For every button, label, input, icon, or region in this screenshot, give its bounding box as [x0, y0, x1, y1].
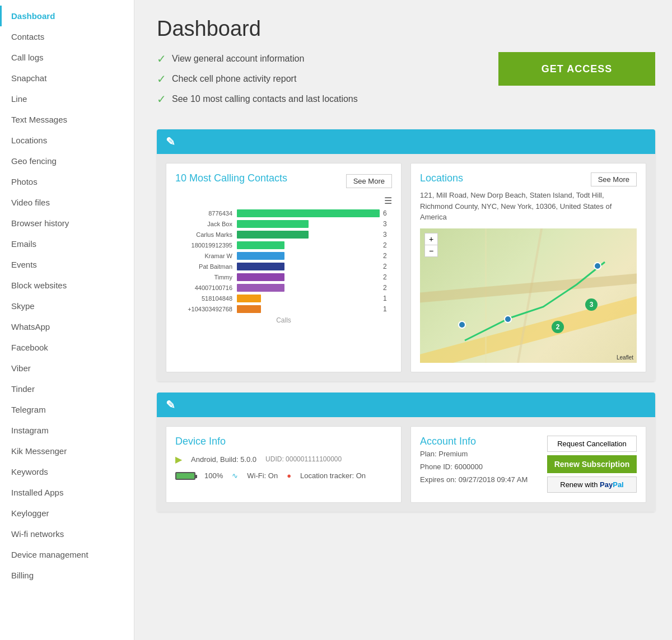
locations-see-more-button[interactable]: See More	[591, 172, 637, 186]
sidebar-item-kik-messenger[interactable]: Kik Messenger	[0, 441, 134, 461]
bar-row: Carlus Marks3	[175, 231, 392, 239]
bar-label: Timmy	[175, 274, 237, 281]
device-status-row: 100% ∿ Wi-Fi: On ● Location tracker: On	[175, 471, 392, 480]
battery-label: 100%	[204, 471, 223, 480]
account-info-left: Account Info Plan: Premium Phone ID: 600…	[420, 436, 538, 493]
feature-list: ✓View general account information✓Check …	[157, 52, 498, 113]
bar-row: 440071007162	[175, 284, 392, 292]
bar-label: Jack Box	[175, 221, 237, 227]
sidebar-item-contacts[interactable]: Contacts	[0, 26, 134, 47]
check-icon: ✓	[157, 72, 166, 86]
plan-row: Plan: Premium	[420, 447, 538, 460]
main-content: Dashboard ✓View general account informat…	[134, 0, 672, 640]
sidebar-item-skype[interactable]: Skype	[0, 296, 134, 316]
account-info-title: Account Info	[420, 436, 476, 447]
sidebar-item-billing[interactable]: Billing	[0, 565, 134, 586]
location-tracker-label: Location tracker: On	[300, 471, 366, 480]
sidebar-item-locations[interactable]: Locations	[0, 130, 134, 151]
bar-fill	[237, 305, 261, 313]
bar-row: Kramar W2	[175, 252, 392, 260]
sidebar-item-call-logs[interactable]: Call logs	[0, 47, 134, 68]
feature-row: ✓Check cell phone activity report	[157, 72, 498, 86]
map-visual: 3 2 + − Leaflet	[420, 228, 637, 363]
bar-track	[237, 273, 380, 281]
sidebar-item-block-websites[interactable]: Block websites	[0, 275, 134, 296]
sidebar-item-installed-apps[interactable]: Installed Apps	[0, 482, 134, 503]
bar-track	[237, 284, 380, 292]
contacts-see-more-button[interactable]: See More	[346, 174, 392, 188]
bar-value: 3	[383, 220, 392, 228]
sidebar-item-browser-history[interactable]: Browser history	[0, 213, 134, 233]
map-zoom-out[interactable]: −	[425, 245, 437, 256]
bar-fill	[237, 231, 309, 239]
sidebar-item-device-management[interactable]: Device management	[0, 544, 134, 565]
map-pin-3	[458, 321, 466, 329]
sidebar-item-geo-fencing[interactable]: Geo fencing	[0, 151, 134, 171]
sidebar-item-wi-fi-networks[interactable]: Wi-fi networks	[0, 524, 134, 544]
sidebar-item-text-messages[interactable]: Text Messages	[0, 109, 134, 130]
sidebar-item-events[interactable]: Events	[0, 254, 134, 275]
bar-row: Jack Box3	[175, 220, 392, 228]
sidebar-item-instagram[interactable]: Instagram	[0, 420, 134, 441]
sidebar-item-video-files[interactable]: Video files	[0, 192, 134, 213]
sidebar-item-telegram[interactable]: Telegram	[0, 399, 134, 420]
bar-label: 8776434	[175, 210, 237, 217]
map-zoom-in[interactable]: +	[425, 233, 437, 245]
feature-text: Check cell phone activity report	[172, 74, 296, 84]
sidebar-item-emails[interactable]: Emails	[0, 233, 134, 254]
panel-contacts-locations: ✎ 10 Most Calling Contacts See More ☰ 87…	[157, 129, 655, 381]
sidebar-item-snapchat[interactable]: Snapchat	[0, 68, 134, 88]
wifi-label: Wi-Fi: On	[247, 471, 278, 480]
panel2-body: Device Info ▶ Android, Build: 5.0.0 UDID…	[157, 417, 655, 512]
get-access-button[interactable]: GET ACCESS	[498, 52, 655, 86]
check-icon: ✓	[157, 52, 166, 66]
bar-value: 2	[383, 241, 392, 249]
bar-value: 3	[383, 231, 392, 239]
bar-label: 44007100716	[175, 284, 237, 291]
sidebar-item-facebook[interactable]: Facebook	[0, 337, 134, 358]
panel-device-account: ✎ Device Info ▶ Android, Build: 5.0.0 UD…	[157, 393, 655, 512]
renew-paypal-button[interactable]: Renew with PayPal	[547, 477, 637, 493]
sidebar-item-viber[interactable]: Viber	[0, 358, 134, 379]
battery-icon	[175, 471, 195, 480]
sidebar-item-tinder[interactable]: Tinder	[0, 379, 134, 399]
map-pin-1	[504, 315, 512, 323]
wifi-icon: ∿	[232, 471, 238, 480]
bar-value: 1	[383, 295, 392, 302]
request-cancellation-button[interactable]: Request Cancellation	[547, 436, 637, 452]
sidebar-item-keywords[interactable]: Keywords	[0, 461, 134, 482]
bar-track	[237, 295, 380, 302]
account-info-right: Request Cancellation Renew Subscription …	[547, 436, 637, 493]
bar-fill	[237, 295, 261, 302]
bar-label: Kramar W	[175, 253, 237, 259]
bar-value: 6	[383, 209, 392, 217]
bar-row: Pat Baitman2	[175, 263, 392, 270]
bar-track	[237, 241, 380, 249]
paypal-brand: PayPal	[600, 480, 624, 489]
map-zoom-controls: + −	[424, 233, 438, 257]
sidebar-item-photos[interactable]: Photos	[0, 171, 134, 192]
bar-fill	[237, 241, 284, 249]
chart-x-label: Calls	[175, 316, 392, 324]
panel2-logo-icon: ✎	[166, 399, 175, 411]
sidebar-item-whatsapp[interactable]: WhatsApp	[0, 316, 134, 337]
bar-label: 180019912395	[175, 242, 237, 249]
udid-label: UDID: 000001111100000	[265, 455, 342, 463]
chart-menu-icon[interactable]: ☰	[175, 195, 392, 206]
paypal-renew-text: Renew with	[560, 480, 598, 489]
sidebar-item-line[interactable]: Line	[0, 88, 134, 109]
expires-row: Expires on: 09/27/2018 09:47 AM	[420, 473, 538, 486]
bar-row: 87764346	[175, 209, 392, 217]
device-info-title: Device Info	[175, 436, 226, 447]
account-details: Plan: Premium Phone ID: 6000000 Expires …	[420, 447, 538, 487]
bar-fill	[237, 284, 284, 292]
android-icon: ▶	[175, 454, 182, 465]
sidebar-item-keylogger[interactable]: Keylogger	[0, 503, 134, 524]
bar-value: 1	[383, 305, 392, 313]
sidebar-item-dashboard[interactable]: Dashboard	[0, 6, 134, 26]
bar-chart: 87764346Jack Box3Carlus Marks31800199123…	[175, 209, 392, 313]
feature-text: See 10 most calling contacts and last lo…	[172, 94, 358, 104]
renew-subscription-button[interactable]: Renew Subscription	[547, 455, 637, 473]
panel-header: ✎	[157, 129, 655, 154]
panel-body: 10 Most Calling Contacts See More ☰ 8776…	[157, 154, 655, 381]
